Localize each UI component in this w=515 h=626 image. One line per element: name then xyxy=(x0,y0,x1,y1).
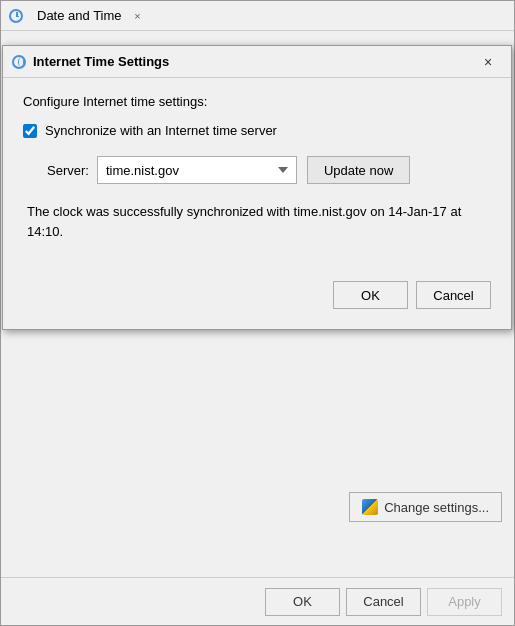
change-settings-label: Change settings... xyxy=(384,500,489,515)
clock-icon xyxy=(9,9,23,23)
outer-close-button[interactable]: × xyxy=(130,8,146,24)
outer-titlebar: Date and Time × xyxy=(1,1,514,31)
update-now-button[interactable]: Update now xyxy=(307,156,410,184)
inner-close-button[interactable]: × xyxy=(465,46,511,78)
sync-checkbox-row: Synchronize with an Internet time server xyxy=(23,123,491,138)
inner-cancel-button[interactable]: Cancel xyxy=(416,281,491,309)
inner-body: Configure Internet time settings: Synchr… xyxy=(3,78,511,329)
shield-icon xyxy=(362,499,378,515)
server-row: Server: time.nist.gov Update now xyxy=(23,156,491,184)
outer-cancel-button[interactable]: Cancel xyxy=(346,588,421,616)
outer-window-title: Date and Time xyxy=(29,1,130,31)
outer-footer: OK Cancel Apply xyxy=(1,577,514,625)
inner-ok-button[interactable]: OK xyxy=(333,281,408,309)
status-message: The clock was successfully synchronized … xyxy=(23,202,491,241)
outer-ok-button[interactable]: OK xyxy=(265,588,340,616)
server-select[interactable]: time.nist.gov xyxy=(97,156,297,184)
change-settings-button[interactable]: Change settings... xyxy=(349,492,502,522)
inner-titlebar: Internet Time Settings × xyxy=(3,46,511,78)
configure-label: Configure Internet time settings: xyxy=(23,94,491,109)
inner-dialog: Internet Time Settings × Configure Inter… xyxy=(2,45,512,330)
server-label: Server: xyxy=(47,163,89,178)
sync-checkbox[interactable] xyxy=(23,124,37,138)
sync-label: Synchronize with an Internet time server xyxy=(45,123,277,138)
outer-apply-button[interactable]: Apply xyxy=(427,588,502,616)
globe-icon xyxy=(11,54,27,70)
inner-dialog-title: Internet Time Settings xyxy=(33,54,465,69)
inner-footer: OK Cancel xyxy=(23,271,491,309)
